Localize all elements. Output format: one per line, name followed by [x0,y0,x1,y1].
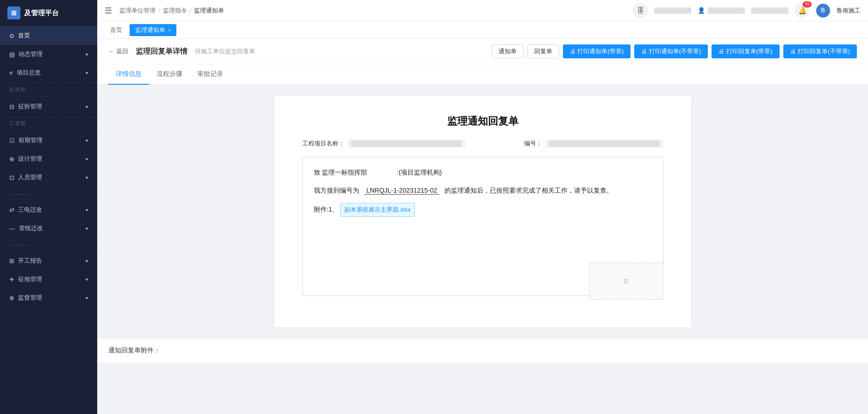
sidebar-item-zhichai[interactable]: ⊟ 征拆管理 ▾ [0,97,97,116]
sidebar-logo: ⊞ 及管理平台 [0,0,97,26]
chevron-down-icon: ▾ [86,52,88,57]
doc-attachment-file[interactable]: 副本系统展示主界面.xlsx [340,203,415,216]
notification-btn[interactable]: 🔔 99 [795,3,810,18]
jiandu-icon: ⊕ [9,295,14,301]
tabbar-home[interactable]: 首页 [105,24,128,36]
number-value-redacted [549,140,660,147]
user-avatar[interactable]: 鲁 [816,4,830,18]
doc-body-line1: 我方接到编号为 LNRQJL-1-20231215-02 的监理通知后，已按照要… [314,185,652,196]
reply-btn[interactable]: 回复单 [527,44,559,58]
db-icon-btn[interactable]: 🗄 [633,3,648,18]
chevron-down-icon: ▾ [86,175,88,180]
sidebar-item-label: 征地管理 [18,275,42,283]
doc-recipient-suffix: :(项目监理机构) [397,169,442,176]
chevron-down-icon: ▾ [86,295,88,301]
chevron-down-icon: ▾ [86,138,88,143]
tab-flow[interactable]: 流程步骤 [149,64,190,85]
print-reply-no-stamp-btn[interactable]: 🖨 打印回复单(不带章) [783,44,857,58]
bottom-section: 通知回复单附件： [97,339,868,362]
image-placeholder-icon: 🖼 [624,278,629,284]
content-tabs: 详情信息 流程步骤 审批记录 [97,64,868,85]
footer-section-title: 通知回复单附件： [108,346,160,354]
user-info-2 [751,7,788,14]
doc-notice-number: LNRQJL-1-20231215-02 [364,187,439,194]
sidebar-item-renyuan[interactable]: ⊡ 人员管理 ▾ [0,168,97,187]
sidebar-divider-zhichai: 征拆部 [0,83,97,96]
doc-body-text2: 的监理通知后，已按照要求完成了相关工作，请予以复查。 [444,187,613,194]
doc-number-label: 编号： [524,139,542,148]
tabbar-active-tab[interactable]: 监理通知单 × [130,24,176,36]
database-icon: 🗄 [637,6,644,14]
doc-title: 监理通知回复单 [302,114,663,128]
breadcrumb: 监理单位管理 / 监理指令 / 监理通知单 [119,6,224,15]
sidebar-divider-gonguan: 工管部 [0,117,97,130]
header-actions: 通知单 回复单 🖨 打印通知单(带章) 🖨 打印通知单(不带章) 🖨 打印回复单… [492,44,857,58]
sidebar-item-sheji[interactable]: ⊕ 设计管理 ▾ [0,150,97,168]
avatar-initials: 鲁 [820,6,826,14]
sidebar-item-sandian[interactable]: ⇄ 三电迁改 ▾ [0,201,97,219]
sidebar-item-label: 管线迁改 [19,224,43,232]
sidebar-item-zhengdi[interactable]: ✈ 征地管理 ▾ [0,270,97,289]
sandian-icon: ⇄ [9,207,14,213]
sidebar-item-qianqi[interactable]: ☑ 前期管理 ▾ [0,131,97,150]
user-name[interactable]: 鲁南施工 [837,6,861,15]
breadcrumb-sep-1: / [158,7,160,14]
project-value-redacted [351,140,462,147]
menu-toggle-icon[interactable]: ☰ [105,6,112,16]
sidebar-item-overview[interactable]: ≡ 项目总览 ▾ [0,63,97,82]
sidebar-divider-empty2: ---------- [0,238,97,251]
sidebar-item-label: 征拆管理 [18,102,42,111]
dynamic-icon: ▤ [9,51,15,58]
sidebar-item-kaigong[interactable]: ⊞ 开工报告 ▾ [0,251,97,270]
page-title: 监理回复单详情 [136,47,187,56]
sidebar-item-label: 前期管理 [19,136,43,144]
document-area: 监理通知回复单 工程项目名称： 编号： [97,85,868,339]
doc-meta-project: 工程项目名称： [302,139,466,148]
chevron-down-icon: ▾ [86,258,88,263]
notice-btn[interactable]: 通知单 [492,44,524,58]
doc-number-value [545,139,663,148]
tab-audit[interactable]: 审批记录 [190,64,231,85]
sidebar-item-guanxian[interactable]: — 管线迁改 ▾ [0,219,97,238]
tab-close-icon[interactable]: × [168,27,171,33]
breadcrumb-sep-2: / [190,7,192,14]
print-reply-with-stamp-btn[interactable]: 🖨 打印回复单(带章) [712,44,779,58]
back-button[interactable]: ← 返回 [108,47,128,56]
home-icon: ⊙ [9,32,14,39]
chevron-down-icon: ▾ [86,104,88,109]
chevron-down-icon: ▾ [86,207,88,213]
bell-icon: 🔔 [798,6,807,15]
topnav: ☰ 监理单位管理 / 监理指令 / 监理通知单 🗄 👤 [97,0,868,21]
tab-detail[interactable]: 详情信息 [108,64,149,85]
sheji-icon: ⊕ [9,156,14,163]
qianqi-icon: ☑ [9,137,15,144]
breadcrumb-item-3: 监理通知单 [194,6,224,15]
doc-project-label: 工程项目名称： [302,139,344,148]
page-header: ← 返回 监理回复单详情 待施工单位提交回复单 通知单 回复单 🖨 打印通知单(… [97,39,868,64]
sidebar-item-dynamic[interactable]: ▤ 动态管理 ▾ [0,45,97,63]
page-content: ← 返回 监理回复单详情 待施工单位提交回复单 通知单 回复单 🖨 打印通知单(… [97,39,868,414]
sidebar-item-jiandu[interactable]: ⊕ 监督管理 ▾ [0,289,97,307]
app-title: 及管理平台 [24,9,59,18]
sidebar-item-label: 三电迁改 [18,206,42,214]
breadcrumb-item-2[interactable]: 监理指令 [163,6,187,15]
print-notice-no-stamp-btn[interactable]: 🖨 打印通知单(不带章) [634,44,708,58]
user-info-1 [654,7,691,14]
chevron-down-icon: ▾ [86,226,88,231]
kaigong-icon: ⊞ [9,257,14,264]
document-paper: 监理通知回复单 工程项目名称： 编号： [275,96,691,327]
doc-project-value [347,139,466,148]
doc-body: 致 监理一标指挥部 :(项目监理机构) 我方接到编号为 LNRQJL-1-202… [302,157,663,296]
chevron-down-icon: ▾ [86,157,88,162]
admin-icon: 👤 [698,7,705,14]
tabbar: 首页 监理通知单 × [97,21,868,39]
guanxian-icon: — [9,225,15,232]
sidebar-item-label: 首页 [18,31,30,40]
chevron-down-icon: ▾ [86,70,88,75]
sidebar-item-label: 开工报告 [18,257,42,265]
doc-meta: 工程项目名称： 编号： [302,139,663,148]
doc-body-text1: 我方接到编号为 [314,187,359,194]
breadcrumb-item-1[interactable]: 监理单位管理 [119,6,156,15]
print-notice-with-stamp-btn[interactable]: 🖨 打印通知单(带章) [563,44,631,58]
sidebar-item-home[interactable]: ⊙ 首页 [0,26,97,45]
